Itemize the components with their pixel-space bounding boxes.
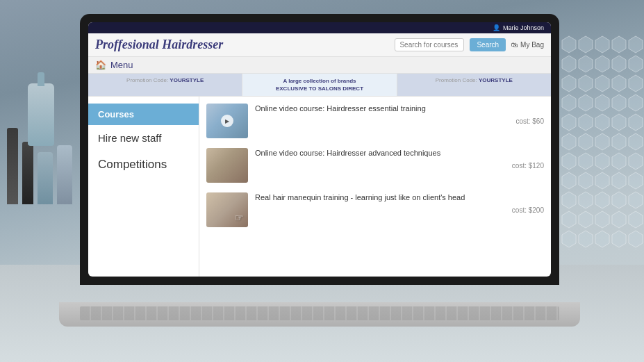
promo-item-right: Promotion Code: YOURSTYLE bbox=[397, 74, 551, 96]
bag-label: My Bag bbox=[520, 41, 544, 49]
play-icon: ▶ bbox=[221, 115, 233, 127]
promo-label-right: Promotion Code: bbox=[436, 77, 479, 83]
screen: 👤 Marie Johnson Proffesional Hairdresser… bbox=[88, 22, 551, 277]
laptop: 👤 Marie Johnson Proffesional Hairdresser… bbox=[80, 14, 566, 327]
search-input[interactable] bbox=[395, 38, 464, 51]
course-cost-3: cost: $200 bbox=[255, 206, 544, 214]
promo-code-left: YOURSTYLE bbox=[170, 77, 204, 83]
user-bar: 👤 Marie Johnson bbox=[88, 22, 551, 33]
site-title: Proffesional Hairdresser bbox=[95, 38, 223, 52]
sidebar: Courses Hire new staff Competitions bbox=[88, 97, 199, 277]
course-cost-2: cost: $120 bbox=[255, 162, 544, 170]
sidebar-courses-label: Courses bbox=[98, 109, 134, 120]
home-icon[interactable]: 🏠 bbox=[95, 60, 106, 70]
course-title-3: Real hair manequin training - learning j… bbox=[255, 192, 544, 203]
bag-icon: 🛍 bbox=[511, 41, 518, 49]
keyboard-base bbox=[59, 302, 580, 327]
promo-item-left: Promotion Code: YOURSTYLE bbox=[88, 74, 242, 96]
course-info-1: Online video course: Hairdresser essenti… bbox=[255, 104, 544, 124]
course-title-1: Online video course: Hairdresser essenti… bbox=[255, 104, 544, 114]
sidebar-item-courses[interactable]: Courses bbox=[88, 104, 199, 125]
promo-label-left: Promotion Code: bbox=[126, 77, 170, 83]
main-content: Courses Hire new staff Competitions bbox=[88, 97, 551, 277]
course-thumb-3: ☞ bbox=[206, 192, 248, 227]
promo-bar: Promotion Code: YOURSTYLE A large collec… bbox=[88, 74, 551, 97]
user-name-text: Marie Johnson bbox=[503, 24, 544, 31]
search-button[interactable]: Search bbox=[470, 38, 506, 51]
sidebar-hire-label: Hire new staff bbox=[98, 132, 161, 144]
course-title-2: Online video course: Hairdresser advance… bbox=[255, 148, 544, 158]
site-header: Proffesional Hairdresser Search 🛍 My Bag bbox=[88, 33, 551, 57]
course-item-2[interactable]: Online video course: Hairdresser advance… bbox=[206, 148, 544, 183]
my-bag-link[interactable]: 🛍 My Bag bbox=[511, 41, 544, 49]
promo-center-line2: EXCLUSIVE TO SALONS DIRECT bbox=[248, 85, 390, 92]
screen-bezel: 👤 Marie Johnson Proffesional Hairdresser… bbox=[80, 14, 559, 285]
sidebar-item-hire[interactable]: Hire new staff bbox=[88, 125, 199, 151]
header-right: Search 🛍 My Bag bbox=[395, 38, 544, 51]
svg-rect-2 bbox=[561, 35, 644, 250]
cursor-icon: ☞ bbox=[235, 212, 244, 223]
sidebar-competitions-label: Competitions bbox=[98, 158, 167, 171]
menu-text: Menu bbox=[110, 60, 133, 70]
course-thumb-1: ▶ bbox=[206, 104, 248, 138]
course-info-2: Online video course: Hairdresser advance… bbox=[255, 148, 544, 169]
promo-item-center: A large collection of brands EXCLUSIVE T… bbox=[242, 74, 397, 96]
course-cost-1: cost: $60 bbox=[255, 117, 544, 125]
course-info-3: Real hair manequin training - learning j… bbox=[255, 192, 544, 213]
course-item-1[interactable]: ▶ Online video course: Hairdresser essen… bbox=[206, 104, 544, 138]
course-item-3[interactable]: ☞ Real hair manequin training - learning… bbox=[206, 192, 544, 227]
keyboard-keys bbox=[80, 306, 559, 320]
user-icon: 👤 bbox=[493, 24, 500, 31]
promo-code-right: YOURSTYLE bbox=[479, 77, 513, 83]
sidebar-item-competitions[interactable]: Competitions bbox=[88, 151, 199, 179]
course-thumb-2 bbox=[206, 148, 248, 183]
course-list: ▶ Online video course: Hairdresser essen… bbox=[199, 97, 551, 277]
promo-center-line1: A large collection of brands bbox=[248, 77, 390, 85]
user-name: 👤 Marie Johnson bbox=[493, 24, 544, 31]
nav-breadcrumb: 🏠 Menu bbox=[88, 57, 551, 74]
